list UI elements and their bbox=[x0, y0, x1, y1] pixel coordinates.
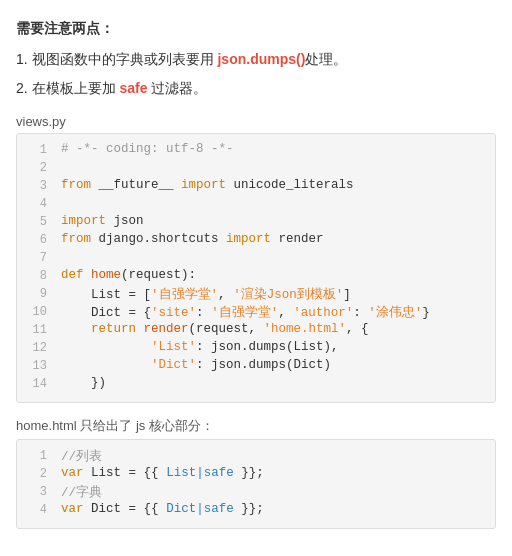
code-line: 4 var Dict = {{ Dict|safe }}; bbox=[17, 502, 495, 520]
code-line: 3 from __future__ import unicode_literal… bbox=[17, 178, 495, 196]
code-line: 11 return render(request, 'home.html', { bbox=[17, 322, 495, 340]
code-line: 7 bbox=[17, 250, 495, 268]
code-line: 2 var List = {{ List|safe }}; bbox=[17, 466, 495, 484]
code-line: 12 'List': json.dumps(List), bbox=[17, 340, 495, 358]
intro-point1: 1. 视图函数中的字典或列表要用 json.dumps()处理。 bbox=[16, 47, 496, 72]
intro-point2: 2. 在模板上要加 safe 过滤器。 bbox=[16, 76, 496, 101]
code-line: 1 # -*- coding: utf-8 -*- bbox=[17, 142, 495, 160]
code-line: 3 //字典 bbox=[17, 484, 495, 502]
code-line: 14 }) bbox=[17, 376, 495, 394]
code-line: 4 bbox=[17, 196, 495, 214]
point2-highlight: safe bbox=[119, 80, 147, 96]
code-line: 8 def home(request): bbox=[17, 268, 495, 286]
views-file-label: views.py bbox=[16, 114, 496, 129]
code-line: 1 //列表 bbox=[17, 448, 495, 466]
code-line: 2 bbox=[17, 160, 495, 178]
point1-highlight: json.dumps() bbox=[217, 51, 305, 67]
point2-middle: 过滤器。 bbox=[148, 80, 208, 96]
intro-section: 需要注意两点： 1. 视图函数中的字典或列表要用 json.dumps()处理。… bbox=[16, 16, 496, 102]
point1-prefix: 1. 视图函数中的字典或列表要用 bbox=[16, 51, 217, 67]
code-line: 5 import json bbox=[17, 214, 495, 232]
code-line: 13 'Dict': json.dumps(Dict) bbox=[17, 358, 495, 376]
views-code-block: 1 # -*- coding: utf-8 -*- 2 3 from __fut… bbox=[16, 133, 496, 403]
point2-prefix: 2. 在模板上要加 bbox=[16, 80, 119, 96]
point1-suffix: 处理。 bbox=[305, 51, 347, 67]
intro-title: 需要注意两点： bbox=[16, 16, 496, 41]
code-line: 9 List = ['自强学堂', '渲染Json到模板'] bbox=[17, 286, 495, 304]
code-line: 6 from django.shortcuts import render bbox=[17, 232, 495, 250]
home-file-label: home.html 只给出了 js 核心部分： bbox=[16, 417, 496, 435]
home-code-block: 1 //列表 2 var List = {{ List|safe }}; 3 /… bbox=[16, 439, 496, 529]
code-line: 10 Dict = {'site': '自强学堂', 'author': '涂伟… bbox=[17, 304, 495, 322]
